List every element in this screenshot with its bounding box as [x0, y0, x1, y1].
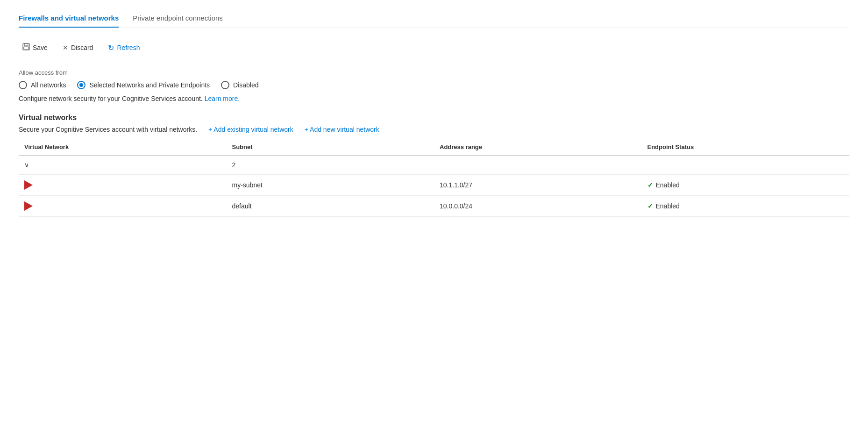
description-text: Configure network security for your Cogn…	[19, 95, 849, 102]
tab-bar: Firewalls and virtual networks Private e…	[19, 9, 849, 28]
access-radio-group: All networks Selected Networks and Priva…	[19, 81, 849, 89]
row1-status-label: Enabled	[656, 181, 680, 189]
vnet-header: Secure your Cognitive Services account w…	[19, 126, 849, 133]
vnet-description: Secure your Cognitive Services account w…	[19, 126, 197, 133]
row2-vnet	[19, 196, 227, 217]
virtual-networks-title: Virtual networks	[19, 114, 849, 122]
description-static: Configure network security for your Cogn…	[19, 95, 203, 102]
add-existing-vnet-link[interactable]: + Add existing virtual network	[208, 126, 293, 133]
learn-more-link[interactable]: Learn more.	[205, 95, 240, 102]
radio-disabled-label: Disabled	[233, 81, 258, 89]
add-new-vnet-link[interactable]: + Add new virtual network	[305, 126, 379, 133]
radio-all-networks-label: All networks	[31, 81, 66, 89]
row1-status: ✓ Enabled	[642, 175, 850, 196]
col-header-subnet: Subnet	[227, 139, 434, 156]
table-row: default 10.0.0.0/24 ✓ Enabled	[19, 196, 849, 217]
col-header-vnet: Virtual Network	[19, 139, 227, 156]
discard-button[interactable]: ✕ Discard	[59, 42, 97, 53]
row2-subnet: default	[227, 196, 434, 217]
vnet-table: Virtual Network Subnet Address range End…	[19, 139, 849, 217]
table-header-row: Virtual Network Subnet Address range End…	[19, 139, 849, 156]
row2-status: ✓ Enabled	[642, 196, 850, 217]
group-row-addr	[434, 156, 642, 175]
check-icon-1: ✓	[647, 181, 653, 189]
arrow-right-icon-2	[24, 201, 33, 211]
refresh-label: Refresh	[117, 44, 140, 51]
save-button[interactable]: Save	[19, 41, 51, 54]
save-icon	[22, 43, 30, 52]
col-header-status: Endpoint Status	[642, 139, 850, 156]
radio-selected-networks-circle	[77, 81, 85, 89]
col-header-addr: Address range	[434, 139, 642, 156]
radio-all-networks[interactable]: All networks	[19, 81, 66, 89]
row2-addr: 10.0.0.0/24	[434, 196, 642, 217]
discard-label: Discard	[71, 44, 93, 51]
radio-selected-networks-inner	[79, 83, 83, 87]
radio-selected-networks-label: Selected Networks and Private Endpoints	[89, 81, 210, 89]
save-label: Save	[33, 44, 48, 51]
group-row-subnet: 2	[227, 156, 434, 175]
arrow-right-icon-1	[24, 180, 33, 190]
allow-access-label: Allow access from	[19, 69, 849, 76]
table-group-row: ∨ 2	[19, 156, 849, 175]
refresh-button[interactable]: ↻ Refresh	[104, 42, 143, 54]
group-row-status	[642, 156, 850, 175]
radio-all-networks-circle	[19, 81, 27, 89]
row2-status-label: Enabled	[656, 202, 680, 210]
chevron-down-icon[interactable]: ∨	[24, 161, 29, 169]
toolbar: Save ✕ Discard ↻ Refresh	[19, 37, 849, 58]
row1-addr: 10.1.1.0/27	[434, 175, 642, 196]
row1-vnet	[19, 175, 227, 196]
table-row: my-subnet 10.1.1.0/27 ✓ Enabled	[19, 175, 849, 196]
refresh-icon: ↻	[108, 43, 114, 52]
discard-icon: ✕	[63, 44, 68, 51]
group-row-vnet: ∨	[19, 156, 227, 175]
tab-private-endpoints[interactable]: Private endpoint connections	[133, 9, 223, 28]
radio-disabled[interactable]: Disabled	[221, 81, 258, 89]
tab-firewalls[interactable]: Firewalls and virtual networks	[19, 9, 119, 28]
check-icon-2: ✓	[647, 202, 653, 210]
radio-disabled-circle	[221, 81, 229, 89]
row1-subnet: my-subnet	[227, 175, 434, 196]
svg-rect-2	[24, 47, 28, 50]
svg-rect-1	[24, 43, 28, 46]
radio-selected-networks[interactable]: Selected Networks and Private Endpoints	[77, 81, 210, 89]
